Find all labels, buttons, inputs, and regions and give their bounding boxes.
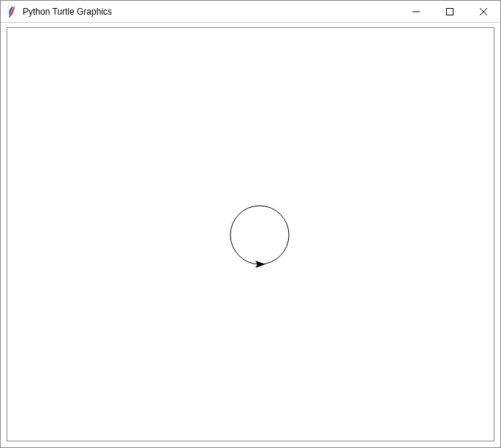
- maximize-button[interactable]: [433, 1, 467, 22]
- close-button[interactable]: [467, 1, 500, 22]
- turtle-drawing: [7, 28, 494, 441]
- svg-rect-1: [447, 8, 453, 15]
- drawn-circle: [230, 206, 289, 264]
- canvas-frame: [7, 27, 494, 441]
- application-window: Python Turtle Graphics: [0, 0, 501, 448]
- titlebar[interactable]: Python Turtle Graphics: [1, 1, 500, 23]
- window-controls: [399, 1, 500, 22]
- python-feather-icon: [7, 6, 18, 18]
- minimize-button[interactable]: [399, 1, 433, 22]
- window-title: Python Turtle Graphics: [23, 7, 399, 17]
- turtle-canvas: [7, 28, 494, 441]
